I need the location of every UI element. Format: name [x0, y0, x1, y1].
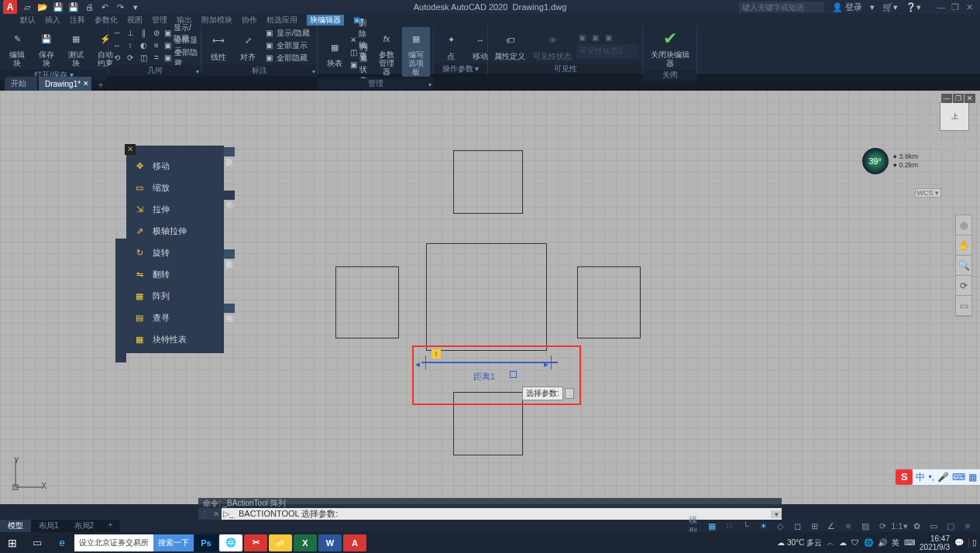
dim-show-all[interactable]: ▣全部显示 [263, 40, 310, 51]
action-array[interactable]: ▦阵列 [129, 287, 221, 305]
vp-minimize[interactable]: — [941, 94, 952, 103]
undo-icon[interactable]: ↶ [99, 2, 110, 12]
new-icon[interactable]: ▱ [22, 2, 33, 12]
new-tab-button[interactable]: + [93, 79, 108, 91]
palette-close-icon[interactable]: ✕ [125, 144, 136, 155]
status-model[interactable]: 模型 [689, 520, 701, 531]
point-param-button[interactable]: ✦点 [437, 29, 465, 61]
app-logo[interactable]: A [3, 0, 17, 14]
test-block-button[interactable]: ▦测试块 [62, 27, 90, 68]
tray-kbd-icon[interactable]: ⌨ [904, 538, 915, 547]
linear-button[interactable]: ⟷线性 [205, 29, 232, 62]
layout-model[interactable]: 模型 [0, 520, 31, 532]
app-chrome[interactable]: 🌐 [219, 534, 242, 551]
taskbar-search[interactable]: 设立北京证券交易所 搜索一下 [74, 534, 194, 551]
status-ortho-icon[interactable]: └ [740, 520, 752, 531]
status-otrack-icon[interactable]: ∠ [825, 520, 837, 531]
tab-insert[interactable]: 插入 [45, 15, 60, 26]
dyn-input-box[interactable] [565, 388, 574, 399]
status-cycling-icon[interactable]: ⟳ [876, 520, 889, 531]
action-lookup[interactable]: ▤查寻 [129, 308, 221, 327]
cmd-handle-icon[interactable]: ⋮ [198, 508, 211, 520]
a360-icon[interactable]: ▾ [870, 2, 875, 12]
panel-action-params[interactable]: 操作参数 ▾ [434, 64, 487, 74]
tray-cloud-icon[interactable]: ☁ [839, 538, 847, 547]
saveas-icon[interactable]: 💾 [68, 2, 79, 12]
status-lineweight-icon[interactable]: ≡ [842, 520, 854, 531]
close-tab-icon[interactable]: ✕ [83, 80, 89, 88]
wcs-label[interactable]: WCS ▾ [915, 188, 942, 198]
block-authoring-palette[interactable]: ✕ 参数 动作 参数集 约束 ✥移动 ▭缩放 ⇲拉伸 ⇗极轴拉伸 ↻旋转 ⇋翻转… [126, 146, 224, 353]
tray-notif-icon[interactable]: 💬 [954, 538, 964, 547]
status-snap-icon[interactable]: ∷ [723, 520, 735, 531]
hide-all-button[interactable]: ▣全部隐藏 [163, 52, 198, 64]
panel-geometric[interactable]: 几何▾ [108, 65, 201, 76]
ime-floating-bar[interactable]: S 中•,🎤⌨▦ [896, 469, 980, 485]
action-flip[interactable]: ⇋翻转 [129, 265, 221, 283]
tab-manage[interactable]: 管理 [152, 15, 167, 26]
task-view-icon[interactable]: ▭ [25, 532, 50, 553]
status-transparency-icon[interactable]: ▨ [859, 520, 872, 531]
app-word[interactable]: W [318, 534, 342, 551]
tray-net-icon[interactable]: 🌐 [864, 538, 873, 547]
tab-featured[interactable]: 精选应用 [266, 15, 297, 26]
nav-orbit-icon[interactable]: ⟳ [956, 276, 971, 296]
cmd-recent-icon[interactable]: ▾ [771, 510, 782, 518]
action-scale[interactable]: ▭缩放 [129, 178, 221, 197]
tray-peek[interactable]: ▯ [968, 538, 977, 547]
status-gear-icon[interactable]: ✿ [910, 520, 923, 531]
viewcube[interactable]: 上 [940, 101, 969, 131]
nav-zoom-icon[interactable]: 🔍 [956, 256, 971, 276]
keyboard-icon[interactable]: ⌨ [952, 472, 965, 483]
open-icon[interactable]: 📂 [37, 2, 48, 12]
aligned-button[interactable]: ⤢对齐 [234, 29, 262, 62]
drawing1-tab[interactable]: Drawing1*✕ [39, 77, 91, 91]
status-workspace-icon[interactable]: ▭ [927, 520, 940, 531]
constraint-status[interactable]: ▣约束状态 [350, 59, 371, 70]
help-search-input[interactable] [739, 2, 824, 12]
block-table-button[interactable]: ▦块表 [321, 36, 349, 68]
tab-default[interactable]: 默认 [20, 15, 36, 26]
save-icon[interactable]: 💾 [53, 2, 64, 12]
tab-parametric[interactable]: 参数化 [95, 15, 118, 26]
tray-shield-icon[interactable]: 🛡 [851, 538, 859, 547]
app-autocad[interactable]: A [343, 534, 366, 551]
action-stretch[interactable]: ⇲拉伸 [129, 200, 221, 218]
param-manager-button[interactable]: fx参数管理器 [373, 27, 401, 77]
tab-view[interactable]: 视图 [127, 15, 143, 26]
cmd-close-icon[interactable]: ✕ [211, 508, 222, 520]
signin-link[interactable]: 👤 登录 [832, 2, 862, 13]
cart-icon[interactable]: 🛒▾ [882, 2, 898, 12]
vp-close[interactable]: ✕ [965, 94, 975, 103]
app-explorer[interactable]: 📁 [269, 534, 292, 551]
status-polar-icon[interactable]: ✶ [757, 520, 769, 531]
nav-pan-icon[interactable]: ✋ [956, 235, 971, 256]
nav-showmotion-icon[interactable]: ▭ [956, 296, 971, 316]
plot-icon[interactable]: 🖨 [84, 2, 95, 12]
action-move[interactable]: ✥移动 [129, 156, 221, 175]
status-osnap-icon[interactable]: ◻ [791, 520, 803, 531]
status-customize-icon[interactable]: ≡ [961, 520, 974, 531]
app-ps[interactable]: Ps [194, 534, 218, 551]
tray-vol-icon[interactable]: 🔊 [878, 538, 887, 547]
restore-button[interactable]: ❐ [949, 2, 961, 12]
tray-up-icon[interactable]: ︿ [827, 538, 834, 548]
close-button[interactable]: ✕ [963, 2, 975, 12]
help-icon[interactable]: ❔▾ [906, 2, 921, 12]
navigation-bar[interactable]: ◎ ✋ 🔍 ⟳ ▭ [955, 215, 972, 317]
app-snip[interactable]: ✂ [244, 534, 267, 551]
start-tab[interactable]: 开始 [5, 77, 37, 91]
status-3dosnap-icon[interactable]: ⊞ [808, 520, 820, 531]
ie-icon[interactable]: e [50, 532, 74, 553]
palette-tab-paramsets[interactable]: 参数集 [224, 249, 235, 259]
redo-icon[interactable]: ↷ [115, 2, 126, 12]
edit-block-button[interactable]: ✎编辑块 [3, 27, 31, 68]
tab-block-editor[interactable]: 块编辑器 [307, 15, 344, 26]
qat-dropdown-icon[interactable]: ▾ [130, 2, 141, 12]
mic-icon[interactable]: 🎤 [937, 472, 949, 483]
action-polar-stretch[interactable]: ⇗极轴拉伸 [129, 222, 221, 240]
tab-collab[interactable]: 协作 [242, 15, 257, 26]
dim-hide-all[interactable]: ▣全部隐藏 [263, 52, 310, 64]
palette-tab-params[interactable]: 参数 [224, 147, 235, 156]
close-block-editor-button[interactable]: ✔关闭块编辑器 [646, 27, 693, 68]
